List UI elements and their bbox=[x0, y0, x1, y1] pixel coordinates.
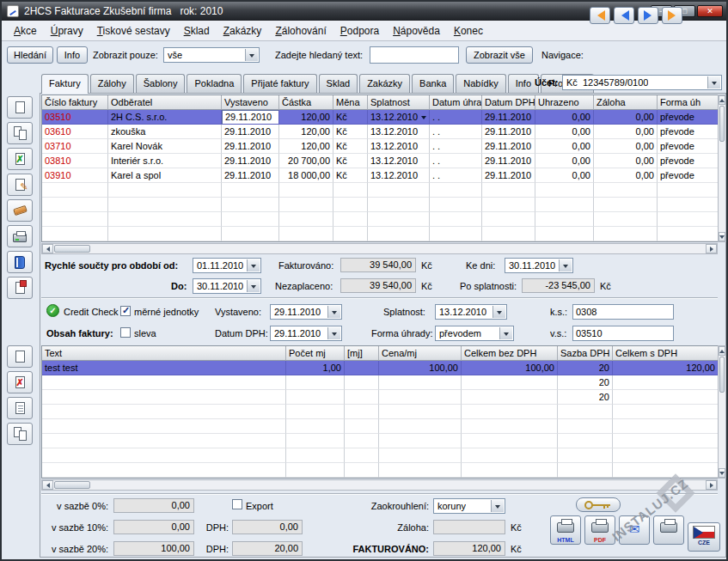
cell[interactable] bbox=[594, 227, 658, 241]
cell[interactable] bbox=[379, 405, 462, 419]
cell[interactable] bbox=[368, 198, 430, 212]
cell[interactable] bbox=[594, 198, 658, 212]
column-header[interactable]: Uhrazeno bbox=[535, 95, 594, 110]
column-header[interactable]: Částka bbox=[279, 95, 333, 110]
cell[interactable] bbox=[286, 463, 345, 478]
cell[interactable] bbox=[345, 463, 379, 478]
tab-přijaté-faktury[interactable]: Přijaté faktury bbox=[243, 74, 316, 93]
cell[interactable] bbox=[535, 212, 594, 227]
print-button[interactable] bbox=[653, 515, 684, 545]
chevron-down-icon[interactable] bbox=[499, 327, 512, 339]
tab-zálohy[interactable]: Zálohy bbox=[90, 74, 134, 93]
cell[interactable] bbox=[379, 390, 462, 405]
cell[interactable] bbox=[462, 434, 558, 448]
chevron-down-icon[interactable] bbox=[559, 259, 572, 271]
column-header[interactable]: Sazba DPH bbox=[558, 346, 613, 361]
chevron-down-icon[interactable] bbox=[491, 500, 504, 512]
column-header[interactable]: Text bbox=[42, 346, 286, 361]
cell[interactable] bbox=[42, 375, 286, 390]
cell[interactable]: 0,00 bbox=[535, 110, 594, 125]
delete-item-button[interactable] bbox=[7, 371, 33, 393]
cell[interactable]: 0,00 bbox=[535, 154, 594, 168]
chevron-down-icon[interactable] bbox=[247, 259, 260, 271]
chevron-down-icon[interactable] bbox=[247, 280, 260, 292]
item-row[interactable]: 20 bbox=[42, 390, 719, 405]
cell[interactable]: 0,00 bbox=[594, 110, 658, 125]
cell[interactable] bbox=[535, 227, 594, 241]
cell[interactable] bbox=[482, 227, 535, 241]
cell[interactable] bbox=[462, 375, 558, 390]
cell[interactable]: . . bbox=[430, 168, 482, 183]
cell[interactable] bbox=[279, 198, 333, 212]
cell[interactable] bbox=[558, 463, 613, 478]
nav-first-button[interactable] bbox=[590, 7, 610, 24]
cell[interactable] bbox=[279, 183, 333, 198]
cell[interactable] bbox=[222, 227, 279, 241]
cell[interactable] bbox=[286, 434, 345, 448]
cell[interactable]: 13.12.2010 bbox=[368, 110, 430, 125]
menu-item[interactable]: Konec bbox=[447, 21, 490, 40]
cell[interactable]: 20 bbox=[558, 375, 613, 390]
new-invoice-button[interactable] bbox=[7, 96, 33, 119]
cell[interactable] bbox=[594, 183, 658, 198]
cell[interactable] bbox=[42, 448, 286, 463]
vat-date-select[interactable]: 29.11.2010 bbox=[270, 326, 342, 341]
cell[interactable] bbox=[430, 198, 482, 212]
chevron-down-icon[interactable] bbox=[245, 49, 258, 61]
scroll-thumb[interactable] bbox=[719, 357, 725, 393]
invoice-row[interactable]: 03610zkouška29.11.2010120,00Kč13.12.2010… bbox=[42, 125, 719, 139]
cell[interactable] bbox=[42, 463, 286, 478]
account-select[interactable]: Kč 12345789/0100 bbox=[562, 75, 722, 90]
rounding-select[interactable]: koruny bbox=[433, 498, 505, 514]
cell[interactable]: . . bbox=[430, 125, 482, 139]
cell[interactable] bbox=[658, 183, 719, 198]
cell[interactable] bbox=[558, 405, 613, 419]
column-header[interactable]: Celkem s DPH bbox=[613, 346, 719, 361]
cell[interactable]: test test bbox=[42, 361, 286, 375]
search-input[interactable] bbox=[370, 46, 459, 64]
column-header[interactable]: Splatnost bbox=[368, 95, 430, 110]
cell[interactable] bbox=[462, 419, 558, 434]
cell[interactable] bbox=[345, 390, 379, 405]
cell[interactable] bbox=[42, 183, 108, 198]
cell[interactable] bbox=[462, 463, 558, 478]
cell[interactable] bbox=[462, 405, 558, 419]
scroll-left-icon[interactable] bbox=[42, 480, 53, 490]
copy-invoice-button[interactable] bbox=[7, 122, 33, 144]
cell[interactable] bbox=[658, 227, 719, 241]
cell[interactable]: 120,00 bbox=[613, 361, 719, 375]
chevron-down-icon[interactable] bbox=[327, 306, 340, 318]
cell[interactable] bbox=[333, 227, 368, 241]
cell[interactable]: Karel Novák bbox=[108, 139, 222, 154]
chevron-down-icon[interactable] bbox=[492, 306, 505, 318]
cell[interactable] bbox=[594, 212, 658, 227]
cell[interactable]: 29.11.2010 bbox=[482, 110, 535, 125]
menu-item[interactable]: Podpora bbox=[333, 21, 386, 40]
units-checkbox[interactable] bbox=[120, 306, 131, 316]
cell[interactable] bbox=[345, 419, 379, 434]
issued-date-select[interactable]: 29.11.2010 bbox=[270, 304, 342, 320]
invoice-row[interactable]: 03810Interiér s.r.o.29.11.201020 700,00K… bbox=[42, 154, 719, 168]
vs-input[interactable] bbox=[572, 326, 674, 341]
cell[interactable] bbox=[482, 198, 535, 212]
cell[interactable]: převode bbox=[658, 154, 719, 168]
cell[interactable] bbox=[42, 419, 286, 434]
cell[interactable] bbox=[658, 212, 719, 227]
cell[interactable]: Karel a spol bbox=[108, 168, 222, 183]
cell[interactable]: 13.12.2010 bbox=[368, 125, 430, 139]
cell[interactable] bbox=[613, 434, 719, 448]
cell[interactable]: 20 bbox=[558, 390, 613, 405]
cell[interactable] bbox=[430, 212, 482, 227]
cell[interactable] bbox=[379, 463, 462, 478]
cell[interactable] bbox=[613, 405, 719, 419]
cell[interactable]: Kč bbox=[333, 125, 368, 139]
cell[interactable]: 20 bbox=[558, 361, 613, 375]
language-cze-button[interactable]: CZE bbox=[688, 522, 720, 552]
cell[interactable] bbox=[108, 212, 222, 227]
cell[interactable]: 100,00 bbox=[379, 361, 462, 375]
new-item-button[interactable] bbox=[7, 345, 33, 368]
cell[interactable] bbox=[558, 434, 613, 448]
column-header[interactable]: [mj] bbox=[345, 346, 379, 361]
column-header[interactable]: Měna bbox=[333, 95, 368, 110]
scroll-down-icon[interactable] bbox=[719, 468, 725, 478]
